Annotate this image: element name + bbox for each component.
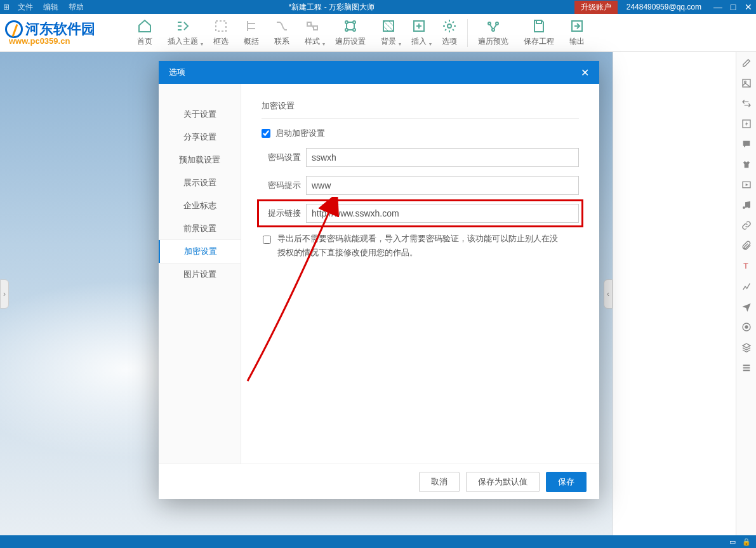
statusbar: ▭ 🔒: [0, 535, 756, 548]
edit-icon[interactable]: [741, 57, 752, 69]
toolbar-relation[interactable]: 联系: [267, 15, 297, 51]
toolbar-background[interactable]: 背景▾: [373, 15, 404, 51]
toolbar-options[interactable]: 选项: [434, 15, 465, 51]
svg-point-9: [496, 22, 498, 25]
password-input[interactable]: [306, 148, 579, 167]
right-tool-panel: T: [736, 52, 756, 535]
nav-about[interactable]: 关于设置: [159, 103, 241, 126]
hint-link-label: 提示链接: [262, 208, 306, 219]
dialog-nav: 关于设置 分享设置 预加载设置 展示设置 企业标志 前景设置 加密设置 图片设置: [159, 84, 241, 464]
link-icon[interactable]: [741, 220, 752, 231]
record-icon[interactable]: [741, 321, 752, 333]
svg-point-1: [345, 21, 348, 23]
left-panel-handle[interactable]: ›: [0, 279, 9, 309]
upgrade-button[interactable]: 升级账户: [574, 1, 618, 14]
toolbar-style[interactable]: 样式▾: [297, 15, 328, 51]
status-icon-2[interactable]: 🔒: [742, 538, 751, 546]
window-title: *新建工程 - 万彩脑图大师: [89, 2, 574, 13]
swap-icon[interactable]: [741, 98, 752, 109]
save-default-button[interactable]: 保存为默认值: [466, 472, 540, 492]
titlebar: ⊞ 文件 编辑 帮助 *新建工程 - 万彩脑图大师 升级账户 244849095…: [0, 0, 756, 14]
minimize-button[interactable]: —: [710, 2, 726, 12]
menu-edit[interactable]: 编辑: [38, 2, 63, 13]
dialog-close-button[interactable]: ✕: [581, 67, 589, 79]
dialog-header: 选项 ✕: [159, 61, 599, 84]
toolbar-summary[interactable]: 概括: [236, 15, 267, 51]
app-icon: ⊞: [0, 3, 13, 11]
enable-encryption-label: 启动加密设置: [275, 128, 325, 139]
hint-input[interactable]: [306, 176, 579, 195]
svg-point-3: [345, 29, 348, 31]
svg-rect-11: [536, 20, 541, 23]
image-icon[interactable]: [741, 77, 752, 89]
menu-file[interactable]: 文件: [13, 2, 38, 13]
enable-encryption-checkbox[interactable]: [262, 129, 270, 138]
list-icon[interactable]: [741, 362, 752, 373]
nav-display[interactable]: 展示设置: [159, 171, 241, 194]
dialog-footer: 取消 保存为默认值 保存: [159, 464, 599, 499]
chart-icon[interactable]: [741, 281, 752, 292]
layers-icon[interactable]: [741, 342, 752, 353]
hint-link-highlight: 提示链接: [257, 199, 583, 227]
svg-rect-22: [743, 370, 750, 371]
svg-rect-20: [743, 364, 750, 366]
comment-icon[interactable]: [741, 138, 752, 150]
toolbar-insert-topic[interactable]: 插入主题▾: [160, 15, 206, 51]
dialog-title: 选项: [169, 67, 185, 78]
svg-rect-0: [216, 21, 226, 31]
svg-point-14: [744, 81, 746, 83]
svg-point-10: [492, 29, 494, 31]
nav-foreground[interactable]: 前景设置: [159, 217, 241, 240]
svg-point-7: [448, 24, 451, 28]
music-icon[interactable]: [741, 199, 752, 211]
maximize-button[interactable]: □: [726, 2, 741, 12]
account-label[interactable]: 2448490959@qq.com: [618, 3, 710, 11]
svg-point-8: [488, 22, 491, 25]
close-window-button[interactable]: ✕: [741, 2, 756, 12]
svg-text:T: T: [743, 262, 748, 271]
save-button[interactable]: 保存: [546, 472, 587, 492]
status-icon-1[interactable]: ▭: [729, 538, 736, 546]
nav-share[interactable]: 分享设置: [159, 126, 241, 149]
svg-rect-21: [743, 367, 750, 368]
nav-logo[interactable]: 企业标志: [159, 194, 241, 217]
nav-encryption[interactable]: 加密设置: [159, 240, 241, 263]
shirt-icon[interactable]: [741, 159, 752, 170]
text-icon[interactable]: T: [741, 260, 752, 272]
cancel-button[interactable]: 取消: [419, 472, 460, 492]
attach-icon[interactable]: [741, 240, 752, 251]
right-panel-handle[interactable]: ‹: [604, 279, 613, 309]
logo: 河东软件园 www.pc0359.cn: [3, 15, 129, 51]
options-dialog: 选项 ✕ 关于设置 分享设置 预加载设置 展示设置 企业标志 前景设置 加密设置…: [159, 61, 599, 499]
svg-point-19: [745, 325, 748, 328]
toolbar-save-project[interactable]: 保存工程: [516, 15, 562, 51]
toolbar-traverse-settings[interactable]: 遍历设置: [328, 15, 373, 51]
toolbar-insert[interactable]: 插入▾: [404, 15, 434, 51]
plane-icon[interactable]: [741, 301, 752, 312]
video-icon[interactable]: [741, 179, 752, 190]
logo-url: www.pc0359.cn: [5, 36, 129, 46]
toolbar-frame[interactable]: 框选: [206, 15, 236, 51]
nav-image[interactable]: 图片设置: [159, 263, 241, 286]
toolbar-traverse-preview[interactable]: 遍历预览: [470, 15, 516, 51]
toolbar-home[interactable]: 首页: [129, 15, 160, 51]
svg-point-4: [353, 29, 355, 31]
menu-help[interactable]: 帮助: [63, 2, 89, 13]
export-no-password-checkbox[interactable]: [263, 236, 271, 244]
dialog-content: 加密设置 启动加密设置 密码设置 密码提示 提示链接 导出后: [241, 84, 599, 464]
hint-link-input[interactable]: [306, 204, 579, 223]
section-title: 加密设置: [262, 100, 579, 119]
toolbar-export[interactable]: 输出: [562, 15, 592, 51]
svg-point-2: [353, 21, 355, 23]
nav-preload[interactable]: 预加载设置: [159, 149, 241, 171]
password-label: 密码设置: [262, 152, 306, 163]
export-note-text: 导出后不需要密码就能观看，导入才需要密码验证，该功能可以防止别人在没授权的情况下…: [277, 232, 560, 260]
toolbar: 河东软件园 www.pc0359.cn 首页 插入主题▾ 框选 概括 联系 样式…: [0, 14, 756, 52]
hint-label: 密码提示: [262, 180, 306, 191]
property-panel: [613, 52, 736, 535]
flash-icon[interactable]: [741, 118, 752, 130]
